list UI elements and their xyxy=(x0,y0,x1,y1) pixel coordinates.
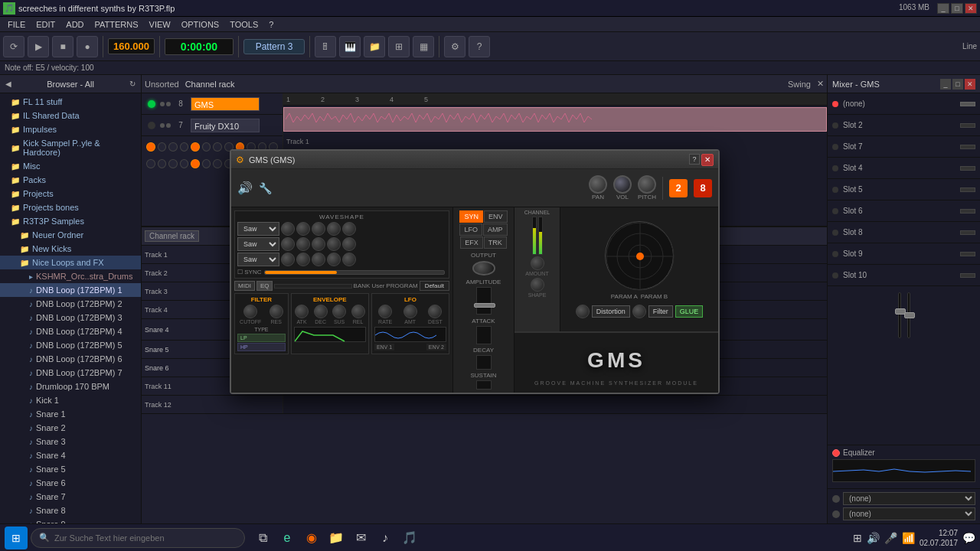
gms-wave-knob-11[interactable] xyxy=(281,253,295,266)
gms-badge-2[interactable]: 2 xyxy=(669,179,688,197)
filter-hp-btn[interactable]: HP xyxy=(237,343,286,351)
channel-led-gms[interactable] xyxy=(148,100,155,108)
mixer-slot-5[interactable]: Slot 5 xyxy=(828,179,980,201)
gms-wave-knob-12[interactable] xyxy=(296,253,310,266)
sidebar-item-impulses[interactable]: 📁 Impulses xyxy=(0,122,141,136)
sidebar-item-snare2[interactable]: ♪ Snare 2 xyxy=(0,421,141,435)
waveform-block-1[interactable] xyxy=(283,107,827,132)
step-dot[interactable] xyxy=(213,142,222,152)
sidebar-item-newkicks[interactable]: 📁 New Kicks xyxy=(0,242,141,256)
sidebar-item-kshmr[interactable]: ▸ KSHMR_Orc..stra_Drums xyxy=(0,269,141,283)
sidebar-item-dnb2[interactable]: ♪ DNB Loop (172BPM) 2 xyxy=(0,297,141,311)
taskbar-app-edge[interactable]: e xyxy=(276,527,299,549)
gms-wave-knob-15[interactable] xyxy=(342,253,356,266)
taskbar-app-files[interactable]: 📁 xyxy=(325,527,348,549)
ch-ctrl4[interactable] xyxy=(166,123,171,128)
ch-name-dx10[interactable]: Fruity DX10 xyxy=(191,119,260,132)
tray-mic-icon[interactable]: 🎤 xyxy=(884,532,897,544)
env2-btn[interactable]: ENV 2 xyxy=(426,344,446,350)
menu-options[interactable]: OPTIONS xyxy=(177,18,224,31)
none-slot-select-2[interactable]: (none) xyxy=(843,507,975,520)
step-dot[interactable] xyxy=(158,142,167,152)
gms-close-button[interactable]: ✕ xyxy=(701,154,714,166)
gms-sustain-fader[interactable] xyxy=(476,380,492,390)
channel-led-dx10[interactable] xyxy=(148,122,155,129)
sidebar-item-kick[interactable]: 📁 Kick Sampel P..yle & Hardcore) xyxy=(0,136,141,159)
sidebar-item-drumloop[interactable]: ♪ Drumloop 170 BPM xyxy=(0,380,141,393)
close-button[interactable]: ✕ xyxy=(965,3,977,14)
step-dot[interactable] xyxy=(191,142,200,152)
mixer-button[interactable]: 🎚 xyxy=(315,36,336,57)
sidebar-item-nice-loops[interactable]: 📁 Nice Loops and FX xyxy=(0,256,141,269)
ch-amount-knob[interactable] xyxy=(531,256,544,270)
step-dot[interactable] xyxy=(168,142,178,152)
ch-shape-knob[interactable] xyxy=(531,278,544,292)
step-dot[interactable] xyxy=(146,142,155,152)
lfo-dest-knob[interactable] xyxy=(428,305,442,318)
gms-wave-knob-10[interactable] xyxy=(342,237,356,251)
menu-help[interactable]: ? xyxy=(264,18,278,31)
sidebar-item-snare4[interactable]: ♪ Snare 4 xyxy=(0,448,141,462)
gms-wave-select-1[interactable]: SawSineSquare xyxy=(237,222,279,236)
menu-view[interactable]: VIEW xyxy=(145,18,175,31)
filter-cutoff-knob[interactable] xyxy=(243,305,257,318)
lfo-rate-knob[interactable] xyxy=(378,305,392,318)
fx-tab-amp[interactable]: AMP xyxy=(483,223,508,236)
step-dot[interactable] xyxy=(202,159,211,168)
step-dot[interactable] xyxy=(213,159,222,168)
sidebar-item-fl11[interactable]: 📁 FL 11 stuff xyxy=(0,95,141,109)
fx-filter-knob[interactable] xyxy=(632,305,646,318)
gms-default-select[interactable]: Default xyxy=(420,281,449,291)
search-input[interactable] xyxy=(54,533,237,543)
tray-network-icon[interactable]: ⊞ xyxy=(853,532,862,544)
mixer-close-btn[interactable]: ✕ xyxy=(965,79,975,90)
mixer-slot-7[interactable]: Slot 7 xyxy=(828,136,980,158)
sidebar-item-neuer[interactable]: 📁 Neuer Ordner xyxy=(0,228,141,242)
taskbar-app-media[interactable]: 🎵 xyxy=(398,527,421,549)
gms-wave-knob-1[interactable] xyxy=(281,222,295,236)
env-release-knob[interactable] xyxy=(351,305,365,318)
mixer-slot-6[interactable]: Slot 6 xyxy=(828,201,980,222)
gms-pan-knob[interactable] xyxy=(589,175,607,194)
gms-wave-knob-13[interactable] xyxy=(312,253,325,266)
step-dot[interactable] xyxy=(180,142,189,152)
menu-edit[interactable]: EDIT xyxy=(31,18,60,31)
env-attack-knob[interactable] xyxy=(295,305,309,318)
sidebar-item-dnb5[interactable]: ♪ DNB Loop (172BPM) 5 xyxy=(0,338,141,352)
mixer-level[interactable] xyxy=(960,187,975,192)
track-content-t12[interactable] xyxy=(283,396,827,413)
sidebar-item-dnb4[interactable]: ♪ DNB Loop (172BPM) 4 xyxy=(0,324,141,338)
step-dot[interactable] xyxy=(202,142,211,152)
sidebar-item-packs[interactable]: 📁 Packs xyxy=(0,173,141,187)
maximize-button[interactable]: □ xyxy=(951,3,963,14)
help-button[interactable]: ? xyxy=(469,36,490,57)
gms-wave-knob-8[interactable] xyxy=(312,237,325,251)
gms-eq-btn[interactable]: EQ xyxy=(256,281,273,291)
record-button[interactable]: ● xyxy=(77,36,98,57)
sidebar-item-misc[interactable]: 📁 Misc xyxy=(0,159,141,173)
taskbar-app-taskview[interactable]: ⧉ xyxy=(251,527,274,549)
taskbar-search[interactable]: 🔍 xyxy=(31,528,245,548)
sidebar-item-snare3[interactable]: ♪ Snare 3 xyxy=(0,435,141,448)
sidebar-item-snare8[interactable]: ♪ Snare 8 xyxy=(0,504,141,517)
gms-attack-fader[interactable] xyxy=(476,326,492,344)
menu-file[interactable]: FILE xyxy=(3,18,30,31)
mixer-slot-8[interactable]: Slot 8 xyxy=(828,222,980,243)
fx-tab-env[interactable]: ENV xyxy=(484,210,508,223)
gms-wave-knob-2[interactable] xyxy=(296,222,310,236)
mixer-level[interactable] xyxy=(960,123,975,128)
tray-volume-icon[interactable]: 🔊 xyxy=(867,532,880,544)
ch-ctrl1[interactable] xyxy=(160,102,165,106)
tray-wifi-icon[interactable]: 📶 xyxy=(902,532,915,544)
sidebar-item-snare6[interactable]: ♪ Snare 6 xyxy=(0,476,141,490)
fx-tab-trk[interactable]: TRK xyxy=(484,236,507,249)
menu-tools[interactable]: TOOLS xyxy=(225,18,263,31)
sidebar-item-snare1[interactable]: ♪ Snare 1 xyxy=(0,407,141,421)
gms-wave-knob-9[interactable] xyxy=(327,237,341,251)
mixer-slot-4[interactable]: Slot 4 xyxy=(828,158,980,179)
mixer-max-btn[interactable]: □ xyxy=(952,79,963,90)
gms-vol-knob[interactable] xyxy=(613,175,632,194)
env-sustain-knob[interactable] xyxy=(332,305,346,318)
distortion-btn[interactable]: Distortion xyxy=(592,305,630,318)
sidebar-item-dnb3[interactable]: ♪ DNB Loop (172BPM) 3 xyxy=(0,311,141,324)
